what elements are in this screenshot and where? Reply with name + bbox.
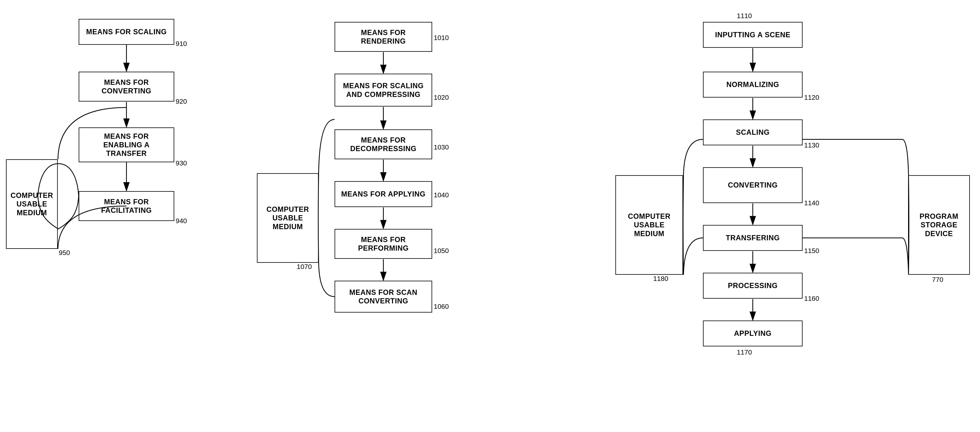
d2-box-1030: MEANS FORDECOMPRESSING <box>334 129 432 159</box>
d1-medium-label: 950 <box>59 249 70 257</box>
d1-label-920: 920 <box>176 98 187 105</box>
d1-label-940: 940 <box>176 217 187 225</box>
d3-label-1140: 1140 <box>804 199 819 207</box>
d3-label-1160: 1160 <box>804 295 819 302</box>
diagram-container: COMPUTERUSABLEMEDIUM 950 MEANS FOR SCALI… <box>0 0 980 432</box>
d2-label-1060: 1060 <box>434 303 449 310</box>
d2-box-1060: MEANS FOR SCANCONVERTING <box>334 281 432 313</box>
d1-computer-usable-medium: COMPUTERUSABLEMEDIUM <box>6 159 58 249</box>
d3-box-1170: APPLYING <box>703 321 803 346</box>
d2-label-1010: 1010 <box>434 34 449 41</box>
d1-label-910: 910 <box>176 40 187 48</box>
d1-label-930: 930 <box>176 159 187 167</box>
d3-label-1120: 1120 <box>804 94 819 101</box>
d1-box-930: MEANS FORENABLING ATRANSFER <box>79 127 174 162</box>
d2-label-1050: 1050 <box>434 247 449 255</box>
d3-psd-label: 770 <box>932 276 943 283</box>
d2-box-1050: MEANS FORPERFORMING <box>334 229 432 259</box>
d2-box-1040: MEANS FOR APPLYING <box>334 181 432 207</box>
d1-box-910: MEANS FOR SCALING <box>79 19 174 45</box>
d3-box-1150: TRANSFERING <box>703 225 803 251</box>
d1-box-940: MEANS FORFACILITATING <box>79 191 174 221</box>
d3-box-1140: CONVERTING <box>703 167 803 203</box>
d1-box-920: MEANS FORCONVERTING <box>79 71 174 102</box>
d2-box-1020: MEANS FOR SCALINGAND COMPRESSING <box>334 74 432 106</box>
d3-label-1170: 1170 <box>737 348 752 356</box>
d3-medium-label: 1180 <box>653 275 668 283</box>
d3-box-1160: PROCESSING <box>703 273 803 299</box>
d3-box-1120: NORMALIZING <box>703 71 803 98</box>
d2-medium-label: 1070 <box>297 263 312 270</box>
d3-label-1130: 1130 <box>804 141 819 149</box>
d3-computer-usable-medium: COMPUTERUSABLEMEDIUM <box>616 175 683 275</box>
d2-label-1020: 1020 <box>434 94 449 101</box>
d2-label-1030: 1030 <box>434 143 449 151</box>
d3-label-1150: 1150 <box>804 247 819 255</box>
d3-box-1130: SCALING <box>703 119 803 145</box>
d2-label-1040: 1040 <box>434 191 449 199</box>
d2-box-1010: MEANS FORRENDERING <box>334 22 432 52</box>
d2-computer-usable-medium: COMPUTERUSABLEMEDIUM <box>257 173 319 263</box>
d3-box-1110: INPUTTING A SCENE <box>703 22 803 48</box>
d3-program-storage-device: PROGRAMSTORAGEDEVICE <box>908 175 970 275</box>
d3-label-1110: 1110 <box>737 12 752 20</box>
